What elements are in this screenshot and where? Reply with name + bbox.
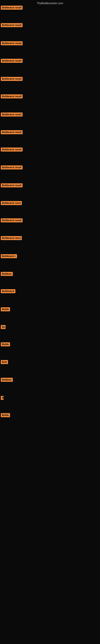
bottleneck-result-16[interactable]: Bottlene [1,272,13,277]
bottleneck-badge-11: Bottleneck result [1,183,23,187]
bottleneck-result-4[interactable]: Bottleneck result [1,59,23,64]
bottleneck-result-18[interactable]: Bottle [1,307,10,312]
bottleneck-result-23[interactable]: B [1,396,3,401]
bottleneck-result-2[interactable]: Bottleneck result [1,23,23,28]
site-title: TheBottlenecker.com [0,0,100,6]
bottleneck-result-1[interactable]: Bottleneck result [1,6,23,10]
bottleneck-badge-14: Bottleneck resul [1,236,22,240]
bottleneck-result-14[interactable]: Bottleneck resul [1,236,22,241]
bottleneck-result-12[interactable]: Bottleneck resul [1,201,22,206]
bottleneck-result-3[interactable]: Bottleneck result [1,41,23,46]
bottleneck-badge-23: B [1,396,3,400]
bottleneck-result-11[interactable]: Bottleneck result [1,183,23,188]
bottleneck-badge-10: Bottleneck result [1,166,23,170]
bottleneck-badge-4: Bottleneck result [1,59,23,63]
bottleneck-badge-13: Bottleneck result [1,218,23,222]
bottleneck-result-13[interactable]: Bottleneck result [1,218,23,223]
bottleneck-result-7[interactable]: Bottleneck result [1,112,23,117]
bottleneck-badge-12: Bottleneck resul [1,201,22,205]
bottleneck-result-22[interactable]: Bottlene [1,378,13,382]
bottleneck-badge-1: Bottleneck result [1,6,23,10]
bottleneck-badge-17: Bottleneck [1,289,15,293]
bottleneck-badge-24: Bottle [1,413,10,417]
bottleneck-badge-6: Bottleneck result [1,94,23,98]
bottleneck-result-15[interactable]: Bottleneck r [1,254,17,259]
bottleneck-badge-16: Bottlene [1,272,13,276]
bottleneck-badge-20: Bottle [1,342,10,346]
bottleneck-result-17[interactable]: Bottleneck [1,289,15,294]
bottleneck-badge-15: Bottleneck r [1,254,17,258]
bottleneck-result-24[interactable]: Bottle [1,413,10,418]
bottleneck-result-6[interactable]: Bottleneck result [1,94,23,99]
bottleneck-badge-21: Bott [1,360,8,364]
bottleneck-badge-2: Bottleneck result [1,23,23,27]
bottleneck-badge-18: Bottle [1,307,10,311]
results-container: Bottleneck resultBottleneck resultBottle… [0,6,100,640]
bottleneck-result-19[interactable]: Bo [1,325,6,330]
bottleneck-badge-7: Bottleneck result [1,112,23,116]
bottleneck-result-21[interactable]: Bott [1,360,8,365]
bottleneck-badge-8: Bottleneck result [1,130,23,134]
bottleneck-badge-3: Bottleneck result [1,41,23,45]
bottleneck-badge-22: Bottlene [1,378,13,382]
bottleneck-badge-9: Bottleneck result [1,148,23,152]
bottleneck-result-8[interactable]: Bottleneck result [1,130,23,135]
bottleneck-result-10[interactable]: Bottleneck result [1,166,23,170]
bottleneck-result-9[interactable]: Bottleneck result [1,148,23,152]
bottleneck-result-20[interactable]: Bottle [1,342,10,347]
bottleneck-result-5[interactable]: Bottleneck result [1,77,23,82]
bottleneck-badge-19: Bo [1,325,6,329]
bottleneck-badge-5: Bottleneck result [1,77,23,81]
